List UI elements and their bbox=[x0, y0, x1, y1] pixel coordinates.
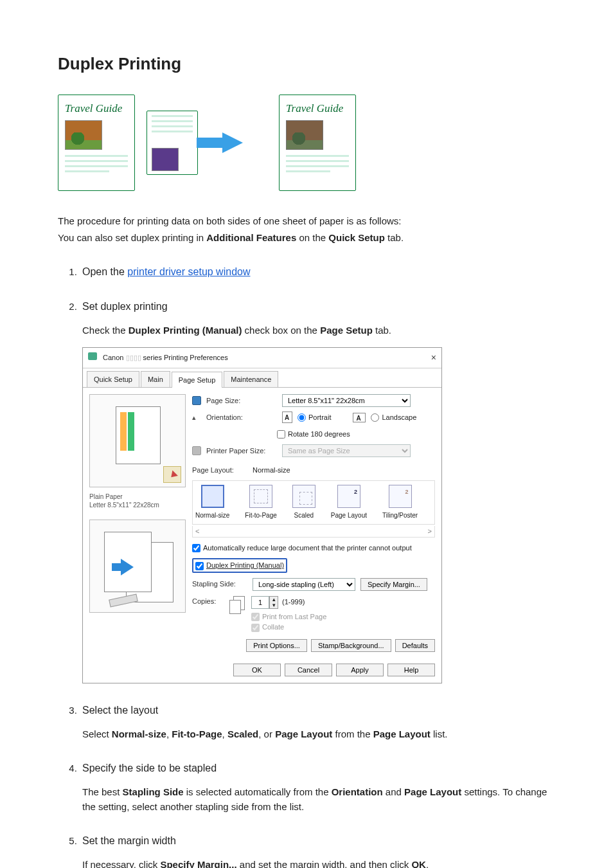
collate-checkbox: Collate bbox=[251, 623, 284, 631]
dialog-tabs: Quick Setup Main Page Setup Maintenance bbox=[83, 368, 441, 388]
orientation-portrait[interactable]: Portrait bbox=[298, 412, 331, 423]
duplex-printing-checkbox[interactable]: Duplex Printing (Manual) bbox=[195, 561, 284, 569]
page-size-select[interactable]: Letter 8.5"x11" 22x28cm bbox=[282, 394, 411, 407]
copies-spinner[interactable]: ▴▾ bbox=[269, 596, 278, 609]
help-button[interactable]: Help bbox=[387, 664, 435, 676]
tab-maintenance[interactable]: Maintenance bbox=[224, 371, 278, 388]
orientation-icon: ▴ bbox=[192, 412, 201, 423]
rotate-180-input[interactable] bbox=[277, 430, 285, 439]
printing-preferences-dialog: Canon ▯▯▯▯ series Printing Preferences ×… bbox=[82, 347, 442, 683]
intro-line1: The procedure for printing data on both … bbox=[58, 214, 555, 229]
tab-main[interactable]: Main bbox=[141, 371, 170, 388]
dialog-titlebar: Canon ▯▯▯▯ series Printing Preferences × bbox=[83, 348, 441, 368]
page-layout-list[interactable]: Normal-size Fit-to-Page Scaled 2Page Lay… bbox=[192, 480, 435, 525]
print-last-page-checkbox: Print from Last Page bbox=[251, 613, 326, 620]
printer-paper-label: Printer Paper Size: bbox=[206, 446, 277, 457]
illus-page-back bbox=[147, 111, 198, 175]
dialog-title-text: Canon ▯▯▯▯ series Printing Preferences bbox=[103, 354, 228, 361]
step-4: Specify the side to be stapled The best … bbox=[80, 761, 555, 814]
duplex-printing-input[interactable] bbox=[195, 562, 204, 570]
printer-paper-size-select: Same as Page Size bbox=[282, 444, 411, 457]
specify-margin-button[interactable]: Specify Margin... bbox=[360, 578, 427, 591]
step4-body: The best Stapling Side is selected autom… bbox=[82, 785, 555, 814]
auto-reduce-input[interactable] bbox=[192, 544, 200, 552]
printer-driver-link[interactable]: printer driver setup window bbox=[127, 266, 250, 277]
duplex-preview bbox=[89, 520, 186, 613]
step2-body: Check the Duplex Printing (Manual) check… bbox=[82, 323, 555, 338]
close-icon[interactable]: × bbox=[431, 351, 436, 365]
illus-photo bbox=[65, 120, 102, 150]
layout-scaled[interactable]: Scaled bbox=[292, 485, 315, 520]
page-size-label: Page Size: bbox=[206, 395, 277, 406]
printer-paper-icon bbox=[192, 446, 201, 455]
layout-normal-size[interactable]: Normal-size bbox=[195, 485, 229, 520]
preview-media-label: Plain Paper Letter 8.5"x11" 22x28cm bbox=[89, 493, 186, 509]
intro-line2: You can also set duplex printing in Addi… bbox=[58, 231, 555, 246]
step5-body: If necessary, click Specify Margin... an… bbox=[82, 858, 555, 868]
arrow-icon bbox=[209, 130, 267, 156]
cancel-button[interactable]: Cancel bbox=[285, 664, 332, 676]
preview-column: Plain Paper Letter 8.5"x11" 22x28cm bbox=[89, 394, 186, 652]
step-5: Set the margin width If necessary, click… bbox=[80, 833, 555, 868]
rotate-180-checkbox[interactable]: Rotate 180 degrees bbox=[277, 429, 350, 440]
illus-text-lines bbox=[65, 155, 128, 172]
stapling-side-select[interactable]: Long-side stapling (Left) bbox=[253, 578, 355, 591]
page-preview bbox=[89, 394, 186, 487]
ok-button[interactable]: OK bbox=[233, 664, 281, 676]
landscape-icon: A bbox=[353, 413, 366, 422]
page-title: Duplex Printing bbox=[58, 51, 555, 77]
step-2: Set duplex printing Check the Duplex Pri… bbox=[80, 299, 555, 683]
layout-tiling-poster[interactable]: 2Tiling/Poster bbox=[382, 485, 418, 520]
page-layout-value: Normal-size bbox=[253, 465, 290, 476]
apply-button[interactable]: Apply bbox=[336, 664, 384, 676]
portrait-radio[interactable] bbox=[298, 413, 306, 422]
layout-scroll[interactable]: <> bbox=[192, 526, 435, 538]
step4-title: Specify the side to be stapled bbox=[82, 761, 555, 776]
illus-page-result: Travel Guide bbox=[279, 95, 356, 191]
steps-list: Open the printer driver setup window Set… bbox=[77, 264, 555, 868]
controls-column: Page Size: Letter 8.5"x11" 22x28cm ▴ Ori… bbox=[192, 394, 435, 652]
copies-label: Copies: bbox=[192, 596, 224, 607]
tab-page-setup[interactable]: Page Setup bbox=[172, 372, 223, 388]
defaults-button[interactable]: Defaults bbox=[395, 639, 435, 652]
copies-range: (1-999) bbox=[282, 597, 305, 608]
step3-title: Select the layout bbox=[82, 703, 555, 718]
illus-page-front: Travel Guide bbox=[58, 95, 135, 191]
step-3: Select the layout Select Normal-size, Fi… bbox=[80, 703, 555, 742]
layout-fit-to-page[interactable]: Fit-to-Page bbox=[245, 485, 276, 520]
step-1: Open the printer driver setup window bbox=[80, 264, 555, 280]
portrait-icon: A bbox=[282, 411, 292, 423]
orientation-landscape[interactable]: Landscape bbox=[371, 412, 416, 423]
orientation-label: Orientation: bbox=[206, 412, 277, 423]
page-layout-label: Page Layout: bbox=[192, 465, 247, 476]
page-size-icon bbox=[192, 396, 201, 405]
step1-text: Open the bbox=[82, 266, 127, 277]
step5-title: Set the margin width bbox=[82, 833, 555, 849]
stamp-background-button[interactable]: Stamp/Background... bbox=[311, 639, 391, 652]
landscape-radio[interactable] bbox=[371, 413, 379, 422]
duplex-illustration: Travel Guide Travel Guide bbox=[58, 95, 555, 191]
copies-input[interactable] bbox=[251, 596, 269, 609]
copies-icon bbox=[229, 596, 246, 615]
auto-reduce-checkbox[interactable]: Automatically reduce large document that… bbox=[192, 544, 412, 552]
printer-icon bbox=[88, 352, 97, 360]
layout-page-layout[interactable]: 2Page Layout bbox=[331, 485, 367, 520]
step3-body: Select Normal-size, Fit-to-Page, Scaled,… bbox=[82, 727, 555, 742]
tab-quick-setup[interactable]: Quick Setup bbox=[87, 371, 139, 388]
step2-title: Set duplex printing bbox=[82, 299, 555, 314]
stapling-side-label: Stapling Side: bbox=[192, 579, 247, 590]
illus-title: Travel Guide bbox=[65, 100, 128, 117]
print-options-button[interactable]: Print Options... bbox=[246, 639, 307, 652]
